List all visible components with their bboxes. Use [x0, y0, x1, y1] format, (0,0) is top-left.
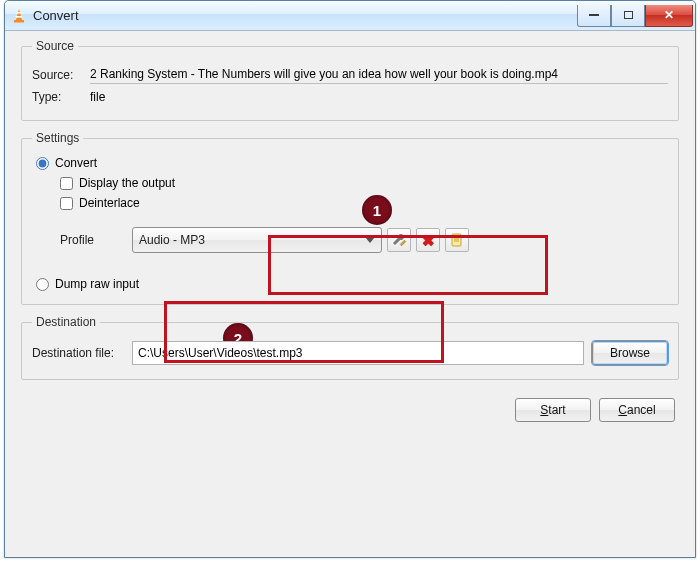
- browse-button-label: Browse: [610, 346, 650, 360]
- dump-radio[interactable]: [36, 278, 49, 291]
- deinterlace-label: Deinterlace: [79, 196, 140, 210]
- convert-dialog: Convert ✕ Source Source: 2 Ranking Syste…: [4, 0, 696, 558]
- dialog-body: Source Source: 2 Ranking System - The Nu…: [5, 31, 695, 557]
- convert-radio-label: Convert: [55, 156, 97, 170]
- window-title: Convert: [33, 8, 577, 23]
- type-label: Type:: [32, 90, 90, 104]
- chevron-down-icon: [365, 237, 375, 243]
- wrench-icon: [391, 232, 407, 248]
- close-icon: ✕: [664, 8, 674, 22]
- title-bar[interactable]: Convert ✕: [5, 1, 695, 31]
- type-value: file: [90, 88, 105, 106]
- new-profile-icon: [449, 232, 465, 248]
- window-controls: ✕: [577, 5, 693, 27]
- profile-selected-value: Audio - MP3: [139, 233, 365, 247]
- deinterlace-row[interactable]: Deinterlace: [60, 196, 668, 210]
- maximize-icon: [624, 11, 633, 19]
- start-button[interactable]: Start: [515, 398, 591, 422]
- dialog-button-row: Start Cancel: [19, 398, 681, 422]
- new-profile-button[interactable]: [445, 228, 469, 252]
- settings-group: Settings Convert Display the output Dein…: [21, 131, 679, 305]
- destination-legend: Destination: [32, 315, 100, 329]
- destination-file-input[interactable]: [132, 341, 584, 365]
- delete-icon: ✖: [422, 233, 435, 248]
- vlc-cone-icon: [11, 8, 27, 24]
- profile-row: Profile Audio - MP3 ✖: [60, 227, 668, 253]
- delete-profile-button[interactable]: ✖: [416, 228, 440, 252]
- svg-marker-0: [16, 9, 22, 20]
- display-output-row[interactable]: Display the output: [60, 176, 668, 190]
- display-output-label: Display the output: [79, 176, 175, 190]
- destination-file-label: Destination file:: [32, 346, 132, 360]
- browse-button[interactable]: Browse: [592, 341, 668, 365]
- minimize-icon: [589, 14, 599, 16]
- settings-inner: Convert Display the output Deinterlace P…: [32, 153, 668, 294]
- svg-rect-2: [16, 16, 22, 18]
- cancel-button-label: Cancel: [618, 403, 655, 417]
- profile-dropdown[interactable]: Audio - MP3: [132, 227, 382, 253]
- display-output-checkbox[interactable]: [60, 177, 73, 190]
- svg-rect-3: [14, 20, 24, 22]
- profile-label: Profile: [60, 233, 132, 247]
- edit-profile-button[interactable]: [387, 228, 411, 252]
- close-button[interactable]: ✕: [645, 5, 693, 27]
- source-group: Source Source: 2 Ranking System - The Nu…: [21, 39, 679, 121]
- deinterlace-checkbox[interactable]: [60, 197, 73, 210]
- convert-radio[interactable]: [36, 157, 49, 170]
- dump-radio-label: Dump raw input: [55, 277, 139, 291]
- cancel-button[interactable]: Cancel: [599, 398, 675, 422]
- svg-rect-5: [452, 234, 461, 246]
- svg-rect-4: [400, 240, 406, 246]
- destination-group: Destination Destination file: Browse: [21, 315, 679, 380]
- minimize-button[interactable]: [577, 5, 611, 27]
- settings-legend: Settings: [32, 131, 83, 145]
- svg-rect-1: [17, 12, 22, 14]
- source-label: Source:: [32, 68, 90, 82]
- maximize-button[interactable]: [611, 5, 645, 27]
- start-button-label: Start: [540, 403, 565, 417]
- source-legend: Source: [32, 39, 78, 53]
- dump-radio-row[interactable]: Dump raw input: [36, 277, 668, 291]
- convert-radio-row[interactable]: Convert: [36, 156, 668, 170]
- source-value: 2 Ranking System - The Numbers will give…: [90, 65, 668, 84]
